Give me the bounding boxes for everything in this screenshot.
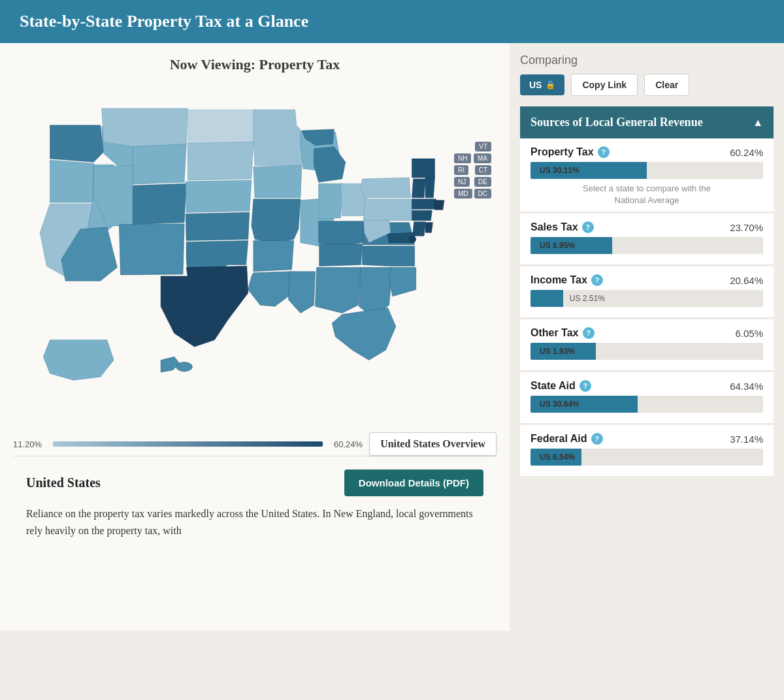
download-pdf-button[interactable]: Download Details (PDF): [344, 469, 483, 496]
state-nd[interactable]: [188, 110, 255, 144]
metric-card-state-aid: State Aid ? 64.34% US 30.64%: [520, 372, 774, 424]
state-fl[interactable]: [332, 308, 396, 360]
state-pill-ma[interactable]: MA: [474, 153, 491, 163]
help-icon-income-tax[interactable]: ?: [591, 274, 603, 286]
bar-federal-aid: US 6.54%: [531, 449, 763, 466]
state-wy[interactable]: [133, 144, 186, 185]
legend-max: 60.24%: [327, 439, 363, 449]
state-me[interactable]: [412, 159, 435, 178]
legend-row: 11.20% 60.24% United States Overview: [13, 432, 497, 456]
metric-card-other-tax: Other Tax ? 6.05% US 1.93%: [520, 319, 774, 371]
state-dc[interactable]: [409, 236, 416, 242]
metric-name-federal-aid: Federal Aid ?: [531, 433, 603, 445]
state-ct[interactable]: [412, 210, 433, 220]
comparing-controls: US 🔒 Copy Link Clear: [520, 74, 774, 96]
left-panel: Now Viewing: Property Tax: [0, 43, 510, 631]
state-la[interactable]: [248, 272, 291, 306]
section-title: Sources of Local General Revenue: [531, 116, 703, 129]
copy-link-button[interactable]: Copy Link: [571, 74, 638, 96]
state-ar[interactable]: [253, 241, 294, 272]
help-icon-other-tax[interactable]: ?: [583, 327, 595, 339]
help-icon-property-tax[interactable]: ?: [598, 146, 610, 158]
bar-label-federal-aid: US 6.54%: [536, 453, 575, 462]
state-pill-nj[interactable]: NJ: [454, 177, 470, 187]
state-mt[interactable]: [102, 108, 188, 147]
state-sd[interactable]: [188, 142, 253, 180]
bar-income-tax: US 2.51%: [531, 290, 763, 307]
state-sc[interactable]: [389, 268, 416, 296]
state-vt[interactable]: [412, 179, 426, 198]
legend-min: 11.20%: [13, 439, 49, 449]
metric-card-income-tax: Income Tax ? 20.64% US 2.51%: [520, 266, 774, 318]
state-pa[interactable]: [364, 199, 413, 221]
state-mi-lower[interactable]: [314, 147, 345, 182]
clear-button[interactable]: Clear: [644, 74, 689, 96]
bar-label-income-tax: US 2.51%: [566, 294, 605, 303]
state-wa[interactable]: [50, 125, 104, 163]
state-mo[interactable]: [252, 199, 301, 243]
metric-name-property-tax: Property Tax ?: [531, 146, 610, 158]
state-ak[interactable]: [43, 340, 114, 381]
us-map[interactable]: [13, 80, 497, 426]
metric-name-other-tax: Other Tax ?: [531, 327, 595, 339]
page-header: State-by-State Property Tax at a Glance: [0, 0, 784, 43]
bar-fill-state-aid: US 30.64%: [531, 396, 638, 413]
state-ia[interactable]: [253, 165, 302, 197]
state-pill-ri[interactable]: RI: [454, 165, 468, 175]
state-mn[interactable]: [253, 110, 305, 165]
state-pill-md[interactable]: MD: [454, 189, 472, 199]
metric-card-sales-tax: Sales Tax ? 23.70% US 6.95%: [520, 214, 774, 265]
state-ny[interactable]: [361, 178, 410, 198]
bar-label-other-tax: US 1.93%: [536, 347, 575, 356]
metric-name-sales-tax: Sales Tax ?: [531, 221, 594, 233]
us-badge-button[interactable]: US 🔒: [520, 74, 564, 95]
metric-header-property-tax: Property Tax ? 60.24%: [531, 146, 763, 158]
state-pill-vt[interactable]: VT: [475, 142, 491, 151]
bar-fill-federal-aid: US 6.54%: [531, 449, 581, 466]
help-icon-sales-tax[interactable]: ?: [582, 221, 594, 233]
state-co[interactable]: [133, 183, 186, 225]
state-hi2[interactable]: [176, 362, 193, 372]
state-or[interactable]: [50, 160, 94, 202]
bar-fill-other-tax: US 1.93%: [531, 343, 596, 360]
metric-pct-income-tax: 20.64%: [730, 275, 763, 286]
state-title: United States: [26, 475, 101, 490]
map-container: VT NH MA RI CT NJ DE MD DC: [13, 80, 497, 426]
metric-card-property-tax: Property Tax ? 60.24% US 30.11% Select a…: [520, 138, 774, 212]
us-overview-badge[interactable]: United States Overview: [369, 432, 497, 456]
state-ne[interactable]: [186, 180, 252, 212]
state-al[interactable]: [316, 268, 361, 313]
select-state-note: Select a state to compare with theNation…: [531, 183, 763, 206]
state-ri[interactable]: [434, 200, 444, 210]
state-nm[interactable]: [119, 224, 184, 275]
state-pill-de[interactable]: DE: [474, 177, 491, 187]
state-in[interactable]: [319, 183, 342, 219]
help-icon-federal-aid[interactable]: ?: [591, 433, 603, 445]
bar-fill-sales-tax: US 6.95%: [531, 237, 612, 254]
bar-state-aid: US 30.64%: [531, 396, 763, 413]
state-ma[interactable]: [412, 199, 436, 209]
metric-pct-state-aid: 64.34%: [730, 381, 763, 392]
state-ks[interactable]: [186, 212, 250, 240]
metric-pct-federal-aid: 37.14%: [730, 434, 763, 445]
bar-fill-income-tax: [531, 290, 563, 307]
state-nc[interactable]: [362, 246, 414, 266]
metric-pct-sales-tax: 23.70%: [730, 222, 763, 233]
state-tn[interactable]: [319, 244, 363, 266]
bar-label-property-tax: US 30.11%: [536, 166, 580, 175]
state-pill-nh[interactable]: NH: [454, 153, 471, 163]
state-de[interactable]: [425, 223, 433, 232]
right-panel: Comparing US 🔒 Copy Link Clear Sources o…: [510, 43, 784, 631]
description-text: Reliance on the property tax varies mark…: [26, 505, 483, 539]
state-tx[interactable]: [161, 266, 248, 347]
state-pill-ct[interactable]: CT: [475, 165, 491, 175]
state-pill-dc[interactable]: DC: [474, 189, 491, 199]
main-layout: Now Viewing: Property Tax: [0, 43, 784, 631]
chevron-up-icon[interactable]: ▲: [753, 117, 763, 129]
state-nh[interactable]: [425, 178, 434, 198]
bottom-header: United States Download Details (PDF): [26, 469, 483, 496]
state-ky[interactable]: [319, 221, 366, 246]
help-icon-state-aid[interactable]: ?: [580, 380, 591, 392]
state-hi[interactable]: [161, 357, 180, 372]
state-ms[interactable]: [288, 272, 315, 313]
